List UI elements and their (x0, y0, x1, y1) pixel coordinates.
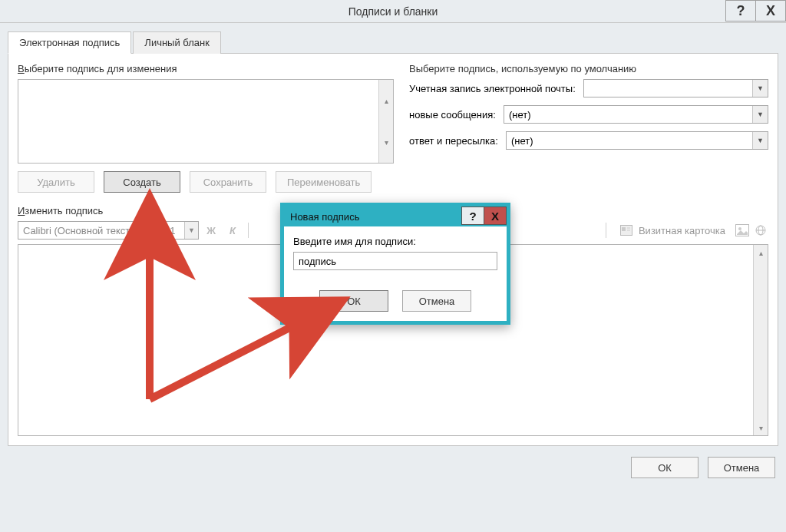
business-card-label: Визитная карточка (639, 225, 725, 236)
link-icon[interactable] (753, 223, 768, 238)
scroll-down-icon[interactable]: ▾ (379, 121, 393, 163)
italic-button[interactable]: К (223, 221, 242, 240)
signature-listbox[interactable]: ▴ ▾ (18, 79, 394, 164)
new-messages-select[interactable]: (нет) ▼ (504, 105, 768, 124)
ok-button[interactable]: ОК (631, 457, 698, 478)
window-title: Подписи и бланки (348, 5, 438, 18)
select-signature-label: Выберите подпись для изменения (18, 63, 394, 74)
image-icon[interactable] (735, 223, 750, 238)
reply-forward-label: ответ и пересылка: (409, 135, 498, 147)
dialog-help-button[interactable]: ? (461, 207, 484, 225)
scroll-up-icon[interactable]: ▴ (754, 245, 768, 260)
tab-bar: Электронная подпись Личный бланк (8, 31, 778, 54)
reply-forward-select[interactable]: (нет) ▼ (506, 131, 768, 150)
delete-button: Удалить (18, 171, 94, 193)
bold-button[interactable]: Ж (202, 221, 220, 240)
reply-forward-value: (нет) (511, 135, 533, 147)
dialog-titlebar: Новая подпись ? X (284, 207, 507, 226)
font-family-select[interactable]: Calibri (Основной текст) ▼ (18, 221, 156, 240)
font-family-value: Calibri (Основной текст) (23, 225, 134, 236)
chevron-down-icon: ▼ (752, 80, 768, 97)
dialog-cancel-button[interactable]: Отмена (402, 290, 471, 312)
chevron-down-icon: ▼ (752, 132, 768, 149)
rename-button: Переименовать (276, 171, 372, 193)
chevron-down-icon: ▼ (141, 222, 155, 239)
signature-name-input[interactable] (293, 252, 497, 270)
svg-rect-1 (622, 227, 626, 231)
help-button[interactable]: ? (725, 0, 756, 21)
scroll-up-icon[interactable]: ▴ (379, 80, 393, 121)
scroll-down-icon[interactable]: ▾ (754, 420, 768, 435)
save-button: Сохранить (190, 171, 266, 193)
editor-scrollbar[interactable]: ▴ ▾ (753, 245, 768, 435)
email-account-label: Учетная запись электронной почты: (409, 83, 576, 94)
tab-email-signature[interactable]: Электронная подпись (8, 31, 131, 54)
signature-name-label: Введите имя для подписи: (293, 236, 497, 247)
chevron-down-icon: ▼ (752, 106, 768, 123)
dialog-title: Новая подпись (290, 211, 359, 223)
dialog-footer: ОК Отмена (0, 446, 786, 489)
email-account-select[interactable]: ▼ (583, 79, 768, 97)
cancel-button[interactable]: Отмена (708, 457, 775, 478)
new-messages-value: (нет) (509, 109, 531, 121)
dialog-close-button[interactable]: X (484, 207, 507, 225)
new-messages-label: новые сообщения: (409, 109, 496, 121)
font-size-value: 11 (164, 225, 175, 236)
font-size-select[interactable]: 11 ▼ (159, 221, 199, 240)
window-titlebar: Подписи и бланки ? X (0, 0, 786, 23)
tab-personal-stationery[interactable]: Личный бланк (133, 31, 221, 54)
create-button[interactable]: Создать (104, 171, 180, 193)
business-card-button[interactable]: Визитная карточка (613, 221, 732, 240)
business-card-icon (619, 223, 634, 238)
default-signature-label: Выберите подпись, используемую по умолча… (409, 63, 768, 74)
listbox-scrollbar[interactable]: ▴ ▾ (378, 80, 393, 163)
toolbar-separator (248, 223, 249, 238)
svg-point-5 (738, 227, 741, 230)
new-signature-dialog: Новая подпись ? X Введите имя для подпис… (280, 203, 510, 325)
toolbar-separator (606, 223, 606, 238)
dialog-ok-button[interactable]: ОК (319, 290, 388, 312)
chevron-down-icon: ▼ (184, 222, 198, 239)
close-button[interactable]: X (755, 0, 786, 21)
